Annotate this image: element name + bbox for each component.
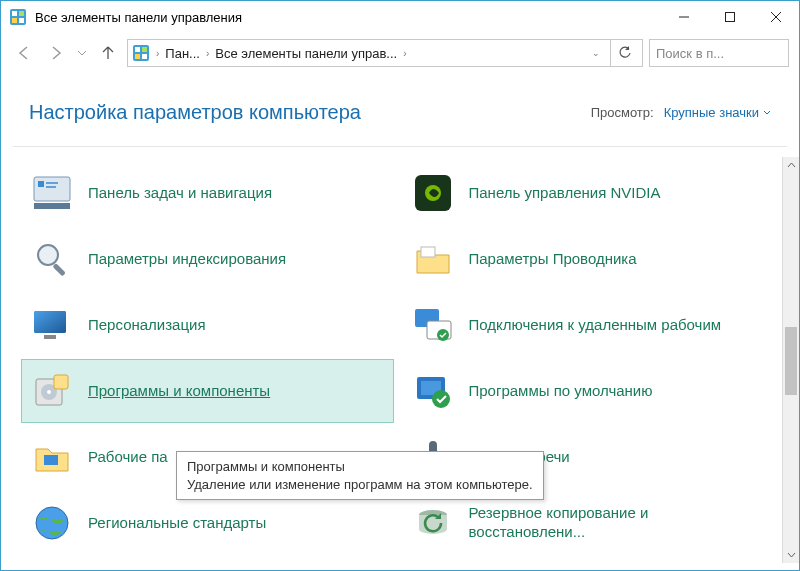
item-label: Резервное копирование и восстановлени... bbox=[469, 504, 766, 542]
vertical-scrollbar[interactable] bbox=[782, 157, 799, 563]
view-label: Просмотр: bbox=[591, 105, 654, 120]
svg-rect-6 bbox=[726, 13, 735, 22]
item-explorer-options[interactable]: Параметры Проводника bbox=[402, 227, 775, 291]
item-backup-restore[interactable]: Резервное копирование и восстановлени... bbox=[402, 491, 775, 555]
scroll-thumb[interactable] bbox=[785, 327, 797, 395]
recent-locations-button[interactable] bbox=[75, 48, 89, 58]
item-regional-settings[interactable]: Региональные стандарты bbox=[21, 491, 394, 555]
globe-icon bbox=[30, 501, 74, 545]
item-label: Программы по умолчанию bbox=[469, 382, 653, 401]
svg-rect-15 bbox=[34, 203, 70, 209]
chevron-right-icon[interactable]: › bbox=[204, 48, 211, 59]
item-label: Региональные стандарты bbox=[88, 514, 266, 533]
chevron-down-icon bbox=[763, 109, 771, 117]
svg-rect-3 bbox=[12, 18, 17, 23]
window-controls bbox=[661, 1, 799, 33]
svg-rect-20 bbox=[421, 247, 435, 257]
scroll-down-button[interactable] bbox=[783, 546, 799, 563]
svg-rect-11 bbox=[142, 47, 147, 52]
svg-rect-13 bbox=[142, 54, 147, 59]
search-placeholder: Поиск в п... bbox=[656, 46, 724, 61]
magnifier-icon bbox=[30, 237, 74, 281]
svg-rect-22 bbox=[34, 311, 66, 333]
item-indexing-options[interactable]: Параметры индексирования bbox=[21, 227, 394, 291]
view-dropdown[interactable]: Крупные значки bbox=[664, 105, 771, 120]
svg-rect-23 bbox=[44, 335, 56, 339]
nvidia-icon bbox=[411, 171, 455, 215]
refresh-button[interactable] bbox=[610, 40, 638, 66]
item-label: Параметры индексирования bbox=[88, 250, 286, 269]
item-taskbar-navigation[interactable]: Панель задач и навигация bbox=[21, 161, 394, 225]
item-remote-desktop[interactable]: Подключения к удаленным рабочим bbox=[402, 293, 775, 357]
svg-rect-30 bbox=[54, 375, 68, 389]
svg-rect-14 bbox=[34, 177, 70, 201]
work-folders-icon bbox=[30, 435, 74, 479]
item-label: Подключения к удаленным рабочим bbox=[469, 316, 722, 335]
item-label: Персонализация bbox=[88, 316, 206, 335]
window-titlebar: Все элементы панели управления bbox=[1, 1, 799, 33]
svg-rect-4 bbox=[19, 18, 24, 23]
taskbar-icon bbox=[30, 171, 74, 215]
scroll-up-button[interactable] bbox=[783, 157, 799, 174]
item-label: Панель задач и навигация bbox=[88, 184, 272, 203]
svg-point-33 bbox=[432, 390, 450, 408]
address-bar[interactable]: › Пан... › Все элементы панели управ... … bbox=[127, 39, 643, 67]
control-panel-icon bbox=[9, 8, 27, 26]
back-button[interactable] bbox=[11, 40, 37, 66]
breadcrumb-segment[interactable]: Все элементы панели управ... bbox=[215, 46, 397, 61]
item-label: Программы и компоненты bbox=[88, 382, 270, 401]
svg-rect-12 bbox=[135, 54, 140, 59]
svg-rect-1 bbox=[12, 11, 17, 16]
item-label: Панель управления NVIDIA bbox=[469, 184, 661, 203]
divider bbox=[13, 146, 787, 147]
breadcrumb-segment[interactable]: Пан... bbox=[165, 46, 200, 61]
content-header: Настройка параметров компьютера Просмотр… bbox=[1, 73, 799, 146]
svg-point-29 bbox=[47, 390, 51, 394]
window-title: Все элементы панели управления bbox=[35, 10, 661, 25]
tooltip: Программы и компоненты Удаление или изме… bbox=[176, 451, 544, 500]
item-label: Рабочие па bbox=[88, 448, 168, 467]
maximize-button[interactable] bbox=[707, 1, 753, 33]
backup-icon bbox=[411, 501, 455, 545]
control-panel-icon bbox=[132, 44, 150, 62]
svg-rect-34 bbox=[44, 455, 58, 465]
forward-button[interactable] bbox=[43, 40, 69, 66]
personalization-icon bbox=[30, 303, 74, 347]
svg-rect-19 bbox=[52, 263, 65, 276]
page-title: Настройка параметров компьютера bbox=[29, 101, 591, 124]
items-grid: Панель задач и навигация Панель управлен… bbox=[1, 157, 782, 563]
up-button[interactable] bbox=[95, 40, 121, 66]
close-button[interactable] bbox=[753, 1, 799, 33]
item-programs-features[interactable]: Программы и компоненты bbox=[21, 359, 394, 423]
svg-point-18 bbox=[38, 245, 58, 265]
programs-icon bbox=[30, 369, 74, 413]
chevron-right-icon[interactable]: › bbox=[154, 48, 161, 59]
item-personalization[interactable]: Персонализация bbox=[21, 293, 394, 357]
search-input[interactable]: Поиск в п... bbox=[649, 39, 789, 67]
item-nvidia-panel[interactable]: Панель управления NVIDIA bbox=[402, 161, 775, 225]
svg-rect-10 bbox=[135, 47, 140, 52]
chevron-right-icon[interactable]: › bbox=[401, 48, 408, 59]
item-default-programs[interactable]: Программы по умолчанию bbox=[402, 359, 775, 423]
folder-options-icon bbox=[411, 237, 455, 281]
content-area: Панель задач и навигация Панель управлен… bbox=[1, 157, 799, 563]
item-label: Параметры Проводника bbox=[469, 250, 637, 269]
minimize-button[interactable] bbox=[661, 1, 707, 33]
svg-rect-2 bbox=[19, 11, 24, 16]
svg-rect-16 bbox=[38, 181, 44, 187]
chevron-down-icon[interactable]: ⌄ bbox=[590, 48, 602, 58]
tooltip-title: Программы и компоненты bbox=[187, 458, 533, 476]
navigation-toolbar: › Пан... › Все элементы панели управ... … bbox=[1, 33, 799, 73]
tooltip-body: Удаление или изменение программ на этом … bbox=[187, 476, 533, 494]
remote-desktop-icon bbox=[411, 303, 455, 347]
default-programs-icon bbox=[411, 369, 455, 413]
